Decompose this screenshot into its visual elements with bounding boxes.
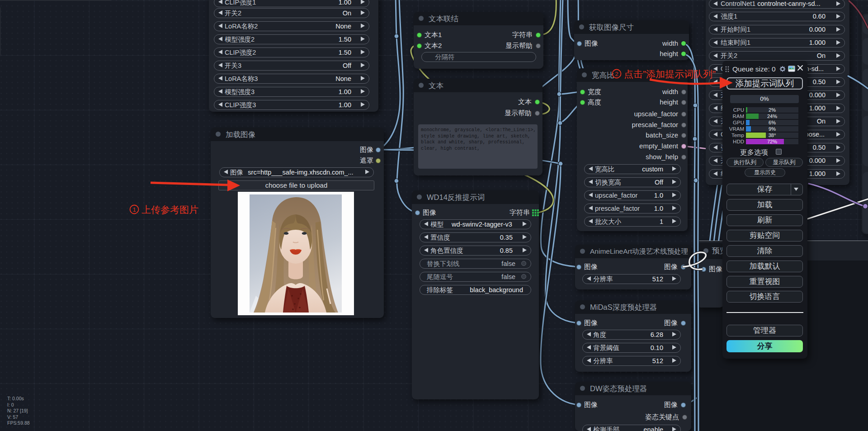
svg-text:1: 1 <box>132 206 136 213</box>
svg-text:上传参考图片: 上传参考图片 <box>142 204 198 215</box>
